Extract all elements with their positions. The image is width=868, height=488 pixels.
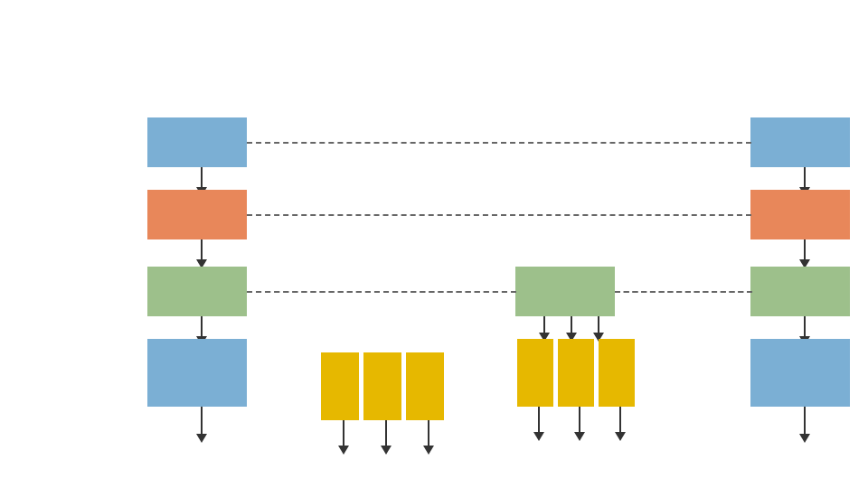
arrow-below-eth-right [799,407,810,443]
arrow-switch-eth2-down [423,420,434,455]
right-ethernet-box [750,339,850,407]
middle-eth0-box [517,339,553,407]
middle-eth2-box [599,339,635,407]
switch-eth2-box [406,352,444,420]
middle-ip-box [515,267,615,316]
right-http-box [750,117,850,167]
dashed-tcp [247,214,751,216]
dashed-mid-to-right [615,291,752,293]
arrow-mid-ip-eth1 [566,316,577,342]
right-ip-box [750,267,850,316]
middle-eth1-box [558,339,594,407]
dashed-ip-to-mid [247,291,516,293]
arrow-mid-ip-eth2 [593,316,604,342]
arrow-mid-ip-eth0 [539,316,550,342]
arrow-switch-eth1-down [381,420,392,455]
arrow-mid-eth2-down [615,407,626,441]
arrow-mid-eth1-down [574,407,585,441]
switch-eth0-box [321,352,359,420]
switch-eth1-box [363,352,401,420]
left-tcp-box [147,190,247,239]
dashed-http [247,142,751,144]
right-tcp-box [750,190,850,239]
arrow-mid-eth0-down [533,407,544,441]
arrow-below-eth-left [196,407,207,443]
left-ethernet-box [147,339,247,407]
arrow-switch-eth0-down [338,420,349,455]
arrow-tcp-ip-right [799,239,810,268]
left-ip-box [147,267,247,316]
left-http-box [147,117,247,167]
arrow-tcp-ip-left [196,239,207,268]
